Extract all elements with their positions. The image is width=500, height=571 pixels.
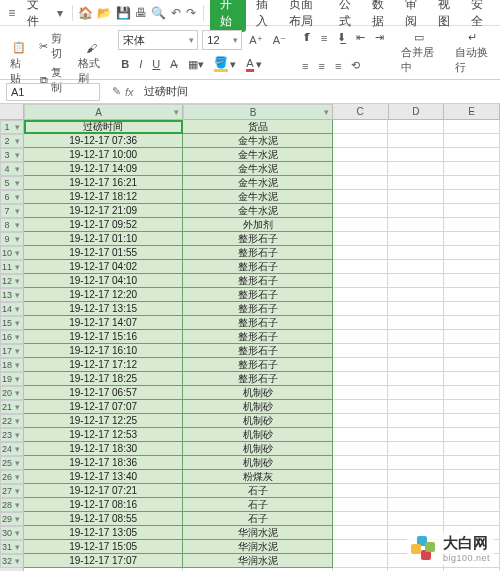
app-menu-icon[interactable]: ≡ bbox=[6, 5, 17, 21]
cell[interactable] bbox=[333, 442, 389, 456]
col-header-b[interactable]: B bbox=[183, 104, 332, 120]
underline-button[interactable]: U bbox=[149, 57, 163, 71]
cell[interactable] bbox=[388, 470, 444, 484]
cell[interactable] bbox=[388, 288, 444, 302]
cell[interactable] bbox=[333, 330, 389, 344]
row-header[interactable]: 18 bbox=[0, 358, 24, 372]
formula-input[interactable]: 过磅时间 bbox=[140, 84, 500, 99]
cell[interactable] bbox=[444, 288, 500, 302]
preview-icon[interactable]: 🔍 bbox=[151, 5, 166, 21]
cell[interactable]: 机制砂 bbox=[183, 428, 332, 442]
cell[interactable]: 19-12-17 14:09 bbox=[24, 162, 183, 176]
row-header[interactable]: 30 bbox=[0, 526, 24, 540]
auto-wrap-button[interactable]: ↵ 自动换行 bbox=[451, 30, 494, 75]
undo-icon[interactable]: ↶ bbox=[170, 5, 181, 21]
row-header[interactable]: 6 bbox=[0, 190, 24, 204]
cell[interactable] bbox=[333, 176, 389, 190]
col-header-c[interactable]: C bbox=[333, 104, 389, 120]
cell[interactable] bbox=[444, 512, 500, 526]
cell[interactable] bbox=[333, 414, 389, 428]
cell[interactable] bbox=[333, 302, 389, 316]
row-header[interactable]: 23 bbox=[0, 428, 24, 442]
cell[interactable]: 货品 bbox=[183, 120, 332, 134]
cell[interactable]: 华润水泥 bbox=[183, 554, 332, 568]
tab-data[interactable]: 数据 bbox=[366, 0, 395, 32]
cell[interactable] bbox=[444, 302, 500, 316]
cell[interactable]: 石子 bbox=[183, 512, 332, 526]
orientation-button[interactable]: ⟲ bbox=[348, 58, 363, 73]
cell[interactable] bbox=[388, 498, 444, 512]
cell[interactable] bbox=[333, 386, 389, 400]
row-header[interactable]: 5 bbox=[0, 176, 24, 190]
cell[interactable]: 金牛水泥 bbox=[183, 162, 332, 176]
cell[interactable] bbox=[444, 232, 500, 246]
cell[interactable] bbox=[388, 302, 444, 316]
row-header[interactable]: 26 bbox=[0, 470, 24, 484]
row-header[interactable]: 31 bbox=[0, 540, 24, 554]
cell[interactable] bbox=[333, 484, 389, 498]
cell[interactable] bbox=[444, 246, 500, 260]
cell[interactable] bbox=[388, 232, 444, 246]
fill-color-button[interactable]: 🪣▾ bbox=[211, 55, 239, 73]
cell[interactable] bbox=[388, 512, 444, 526]
cell[interactable] bbox=[388, 190, 444, 204]
border-button[interactable]: ▦▾ bbox=[185, 57, 207, 72]
cell[interactable]: 华润水泥 bbox=[183, 540, 332, 554]
paste-button[interactable]: 📋 粘贴 bbox=[6, 41, 31, 86]
cell[interactable] bbox=[444, 204, 500, 218]
indent-decrease-button[interactable]: ⇤ bbox=[353, 30, 368, 45]
cell[interactable] bbox=[388, 176, 444, 190]
cell[interactable]: 19-12-17 07:36 bbox=[24, 134, 183, 148]
cell[interactable] bbox=[444, 456, 500, 470]
cell[interactable] bbox=[388, 120, 444, 134]
cell[interactable]: 19-12-17 07:07 bbox=[24, 400, 183, 414]
cell[interactable] bbox=[444, 148, 500, 162]
cell[interactable]: 整形石子 bbox=[183, 372, 332, 386]
cell[interactable]: 整形石子 bbox=[183, 344, 332, 358]
fx-insert-icon[interactable]: ✎ bbox=[112, 85, 121, 98]
cell[interactable] bbox=[388, 456, 444, 470]
decrease-font-button[interactable]: A⁻ bbox=[270, 33, 289, 48]
cell[interactable] bbox=[388, 400, 444, 414]
cell[interactable]: 19-12-17 04:10 bbox=[24, 274, 183, 288]
row-header[interactable]: 20 bbox=[0, 386, 24, 400]
cell[interactable] bbox=[444, 260, 500, 274]
cell[interactable] bbox=[388, 330, 444, 344]
row-header[interactable]: 14 bbox=[0, 302, 24, 316]
cell[interactable]: 粉煤灰 bbox=[183, 470, 332, 484]
tab-security[interactable]: 安全 bbox=[465, 0, 494, 32]
cell[interactable] bbox=[388, 162, 444, 176]
cell[interactable] bbox=[444, 344, 500, 358]
cell[interactable]: 19-12-17 18:36 bbox=[24, 456, 183, 470]
cell[interactable] bbox=[388, 428, 444, 442]
col-header-a[interactable]: A bbox=[24, 104, 183, 120]
tab-review[interactable]: 审阅 bbox=[399, 0, 428, 32]
row-header[interactable]: 3 bbox=[0, 148, 24, 162]
row-header[interactable]: 8 bbox=[0, 218, 24, 232]
cell[interactable] bbox=[444, 120, 500, 134]
cell[interactable]: 整形石子 bbox=[183, 274, 332, 288]
cell[interactable] bbox=[444, 414, 500, 428]
cell[interactable]: 整形石子 bbox=[183, 246, 332, 260]
cell[interactable]: 19-12-17 13:05 bbox=[24, 526, 183, 540]
cell[interactable]: 整形石子 bbox=[183, 260, 332, 274]
row-header[interactable]: 11 bbox=[0, 260, 24, 274]
cell[interactable]: 19-12-17 14:07 bbox=[24, 316, 183, 330]
cell[interactable]: 19-12-17 01:10 bbox=[24, 232, 183, 246]
tab-insert[interactable]: 插入 bbox=[250, 0, 279, 32]
cell[interactable]: 19-12-17 18:25 bbox=[24, 372, 183, 386]
cell[interactable]: 石子 bbox=[183, 498, 332, 512]
cell[interactable] bbox=[333, 288, 389, 302]
cell[interactable]: 外加剂 bbox=[183, 218, 332, 232]
print-icon[interactable]: 🖶 bbox=[135, 5, 147, 21]
cell[interactable]: 19-12-17 06:57 bbox=[24, 386, 183, 400]
fx-label[interactable]: fx bbox=[125, 86, 134, 98]
cell[interactable]: 19-12-17 01:55 bbox=[24, 246, 183, 260]
cell[interactable]: 19-12-17 17:12 bbox=[24, 358, 183, 372]
tab-page-layout[interactable]: 页面布局 bbox=[283, 0, 329, 32]
cell[interactable] bbox=[444, 428, 500, 442]
cell[interactable] bbox=[333, 204, 389, 218]
row-header[interactable]: 28 bbox=[0, 498, 24, 512]
row-header[interactable]: 25 bbox=[0, 456, 24, 470]
cell-grid[interactable]: 过磅时间货品19-12-17 07:36金牛水泥19-12-17 10:00金牛… bbox=[24, 120, 500, 571]
